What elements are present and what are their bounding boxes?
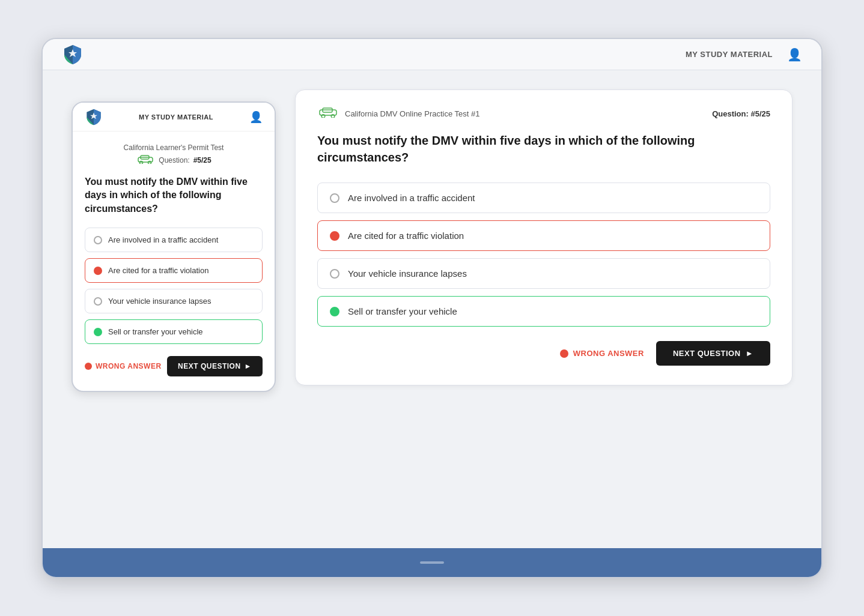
desktop-question-label: Question: [712,109,749,118]
desktop-radio-4 [330,307,339,316]
desktop-panel: California DMV Online Practice Test #1 Q… [295,89,793,385]
phone-user-icon[interactable]: 👤 [249,110,263,124]
desktop-answer-3-text: Your vehicle insurance lapses [348,268,467,279]
phone-title: MY STUDY MATERIAL [139,113,213,121]
phone-content: California Learner's Permit Test Questio… [73,131,275,391]
outer-user-icon[interactable]: 👤 [787,47,802,62]
desktop-answer-1[interactable]: Are involved in a traffic accident [317,183,770,213]
phone-car-icon [136,154,155,166]
phone-answer-4-text: Sell or transfer your vehicle [108,327,203,336]
phone-footer: WRONG ANSWER NEXT QUESTION ► [85,354,263,376]
phone-logo [85,108,103,126]
desktop-answer-2[interactable]: Are cited for a traffic violation [317,220,770,251]
phone-answer-3-text: Your vehicle insurance lapses [108,297,211,306]
phone-radio-1 [94,236,102,244]
desktop-answer-4-text: Sell or transfer your vehicle [348,306,457,316]
desktop-radio-3 [330,269,339,279]
phone-device: MY STUDY MATERIAL 👤 California Learner's… [71,101,276,392]
phone-wrong-label: WRONG ANSWER [96,362,162,370]
outer-device: MY STUDY MATERIAL 👤 MY STUDY MATERIAL 👤 [41,38,823,578]
desktop-wrong-label: WRONG ANSWER [573,349,644,358]
desktop-test-name: California DMV Online Practice Test #1 [345,109,479,118]
desktop-radio-1 [330,193,339,203]
desktop-answer-3[interactable]: Your vehicle insurance lapses [317,258,770,289]
desktop-answer-2-text: Are cited for a traffic violation [348,231,464,241]
phone-next-label: NEXT QUESTION [178,362,241,370]
outer-nav-label: MY STUDY MATERIAL [686,50,773,59]
phone-answer-1[interactable]: Are involved in a traffic accident [85,228,263,252]
desktop-question-num: #5/25 [750,109,770,118]
app-logo [62,44,84,65]
bottom-bar-indicator [420,561,444,564]
desktop-wrong-dot [560,349,568,358]
desktop-car-icon [317,107,339,120]
phone-answer-1-text: Are involved in a traffic accident [108,235,218,244]
phone-answer-3[interactable]: Your vehicle insurance lapses [85,289,263,313]
desktop-test-left: California DMV Online Practice Test #1 [317,107,479,120]
outer-bottom-bar [43,548,821,577]
outer-content: MY STUDY MATERIAL 👤 California Learner's… [43,70,821,577]
phone-question-label: Question: [159,156,189,165]
phone-question-num: Question: #5/25 [85,154,263,166]
phone-next-arrow: ► [245,362,252,370]
desktop-answer-4[interactable]: Sell or transfer your vehicle [317,296,770,327]
phone-test-header: California Learner's Permit Test Questio… [85,143,263,166]
phone-test-name: California Learner's Permit Test [85,143,263,152]
phone-radio-4 [94,328,102,336]
desktop-radio-2 [330,231,339,241]
phone-next-button[interactable]: NEXT QUESTION ► [167,356,263,376]
phone-answer-4[interactable]: Sell or transfer your vehicle [85,319,263,344]
phone-radio-2 [94,267,102,275]
phone-question: You must notify the DMV within five days… [85,175,263,216]
desktop-next-button[interactable]: NEXT QUESTION ► [656,341,770,366]
desktop-question: You must notify the DMV within five days… [317,132,738,166]
phone-topbar: MY STUDY MATERIAL 👤 [73,103,275,131]
outer-nav: MY STUDY MATERIAL 👤 [686,47,802,62]
desktop-answer-1-text: Are involved in a traffic accident [348,193,475,203]
desktop-next-arrow: ► [746,349,753,358]
phone-wrong-answer: WRONG ANSWER [85,362,162,370]
desktop-test-header: California DMV Online Practice Test #1 Q… [317,107,770,120]
phone-answer-2[interactable]: Are cited for a traffic violation [85,258,263,283]
phone-radio-3 [94,297,102,306]
desktop-footer: WRONG ANSWER NEXT QUESTION ► [317,341,770,366]
phone-answer-2-text: Are cited for a traffic violation [108,266,208,275]
outer-topbar: MY STUDY MATERIAL 👤 [43,39,821,70]
desktop-wrong-answer: WRONG ANSWER [560,349,644,358]
desktop-next-label: NEXT QUESTION [673,349,741,358]
desktop-panel-content: California DMV Online Practice Test #1 Q… [296,90,792,385]
phone-question-num-value: #5/25 [193,156,211,165]
desktop-question-meta: Question: #5/25 [712,109,770,118]
phone-wrong-dot [85,363,92,370]
